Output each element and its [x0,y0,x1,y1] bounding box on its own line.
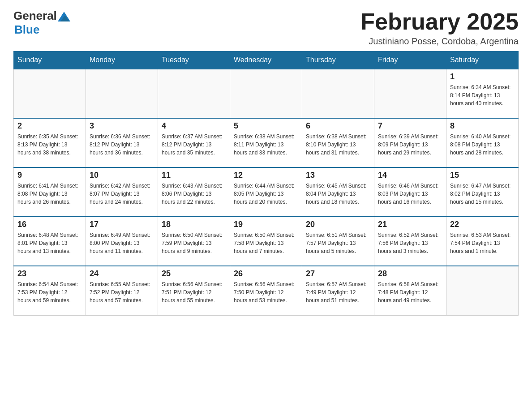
calendar-week-row: 16Sunrise: 6:48 AM Sunset: 8:01 PM Dayli… [14,217,519,266]
calendar-week-row: 9Sunrise: 6:41 AM Sunset: 8:08 PM Daylig… [14,167,519,217]
page-header: General Blue February 2025 Justiniano Po… [13,9,519,47]
day-info: Sunrise: 6:34 AM Sunset: 8:14 PM Dayligh… [450,83,515,107]
day-number: 3 [90,121,154,131]
calendar-cell: 3Sunrise: 6:36 AM Sunset: 8:12 PM Daylig… [86,118,158,167]
day-number: 10 [90,171,154,180]
logo-general: General [13,9,57,23]
calendar-cell: 25Sunrise: 6:56 AM Sunset: 7:51 PM Dayli… [158,266,230,315]
calendar-cell [158,69,230,118]
day-info: Sunrise: 6:38 AM Sunset: 8:10 PM Dayligh… [306,133,370,157]
calendar-cell: 26Sunrise: 6:56 AM Sunset: 7:50 PM Dayli… [230,266,302,315]
logo-blue: Blue [14,23,39,37]
day-info: Sunrise: 6:40 AM Sunset: 8:08 PM Dayligh… [450,133,515,157]
day-info: Sunrise: 6:55 AM Sunset: 7:52 PM Dayligh… [90,280,154,304]
day-number: 14 [378,171,442,180]
day-number: 22 [450,220,515,229]
calendar-cell [374,69,446,118]
calendar-week-row: 23Sunrise: 6:54 AM Sunset: 7:53 PM Dayli… [14,266,519,315]
day-info: Sunrise: 6:43 AM Sunset: 8:06 PM Dayligh… [162,182,226,206]
calendar-cell: 18Sunrise: 6:50 AM Sunset: 7:59 PM Dayli… [158,217,230,266]
day-number: 19 [234,220,298,229]
day-number: 13 [306,171,370,180]
calendar-cell: 27Sunrise: 6:57 AM Sunset: 7:49 PM Dayli… [302,266,374,315]
calendar-cell: 2Sunrise: 6:35 AM Sunset: 8:13 PM Daylig… [14,118,86,167]
calendar-cell: 8Sunrise: 6:40 AM Sunset: 8:08 PM Daylig… [446,118,519,167]
calendar-cell: 24Sunrise: 6:55 AM Sunset: 7:52 PM Dayli… [86,266,158,315]
calendar-day-header: Wednesday [230,51,302,69]
day-info: Sunrise: 6:38 AM Sunset: 8:11 PM Dayligh… [234,133,298,157]
day-info: Sunrise: 6:54 AM Sunset: 7:53 PM Dayligh… [17,280,82,304]
calendar-cell: 9Sunrise: 6:41 AM Sunset: 8:08 PM Daylig… [14,167,86,217]
day-number: 24 [90,269,154,278]
page-subtitle: Justiniano Posse, Cordoba, Argentina [360,36,519,47]
day-number: 17 [90,220,154,229]
calendar-day-header: Monday [86,51,158,69]
calendar-cell: 14Sunrise: 6:46 AM Sunset: 8:03 PM Dayli… [374,167,446,217]
calendar-cell: 7Sunrise: 6:39 AM Sunset: 8:09 PM Daylig… [374,118,446,167]
day-info: Sunrise: 6:50 AM Sunset: 7:58 PM Dayligh… [234,231,298,255]
day-number: 21 [378,220,442,229]
day-info: Sunrise: 6:57 AM Sunset: 7:49 PM Dayligh… [306,280,370,304]
calendar-cell: 28Sunrise: 6:58 AM Sunset: 7:48 PM Dayli… [374,266,446,315]
day-number: 16 [17,220,82,229]
calendar-cell [230,69,302,118]
day-info: Sunrise: 6:45 AM Sunset: 8:04 PM Dayligh… [306,182,370,206]
day-info: Sunrise: 6:48 AM Sunset: 8:01 PM Dayligh… [17,231,82,255]
day-number: 9 [17,171,82,180]
calendar-day-header: Sunday [14,51,86,69]
logo: General Blue [13,9,70,37]
day-info: Sunrise: 6:42 AM Sunset: 8:07 PM Dayligh… [90,182,154,206]
calendar-day-header: Saturday [446,51,519,69]
calendar-cell: 19Sunrise: 6:50 AM Sunset: 7:58 PM Dayli… [230,217,302,266]
day-number: 15 [450,171,515,180]
day-number: 26 [234,269,298,278]
day-info: Sunrise: 6:35 AM Sunset: 8:13 PM Dayligh… [17,133,82,157]
day-number: 18 [162,220,226,229]
day-number: 8 [450,121,515,131]
day-number: 23 [17,269,82,278]
day-info: Sunrise: 6:58 AM Sunset: 7:48 PM Dayligh… [378,280,442,304]
calendar-cell [14,69,86,118]
day-info: Sunrise: 6:51 AM Sunset: 7:57 PM Dayligh… [306,231,370,255]
calendar-header-row: SundayMondayTuesdayWednesdayThursdayFrid… [14,51,519,69]
calendar-cell: 16Sunrise: 6:48 AM Sunset: 8:01 PM Dayli… [14,217,86,266]
calendar-day-header: Tuesday [158,51,230,69]
day-info: Sunrise: 6:37 AM Sunset: 8:12 PM Dayligh… [162,133,226,157]
calendar-day-header: Thursday [302,51,374,69]
calendar-cell: 6Sunrise: 6:38 AM Sunset: 8:10 PM Daylig… [302,118,374,167]
calendar-table: SundayMondayTuesdayWednesdayThursdayFrid… [13,51,519,316]
calendar-cell: 22Sunrise: 6:53 AM Sunset: 7:54 PM Dayli… [446,217,519,266]
calendar-cell [446,266,519,315]
calendar-cell: 20Sunrise: 6:51 AM Sunset: 7:57 PM Dayli… [302,217,374,266]
calendar-cell: 12Sunrise: 6:44 AM Sunset: 8:05 PM Dayli… [230,167,302,217]
day-info: Sunrise: 6:52 AM Sunset: 7:56 PM Dayligh… [378,231,442,255]
page-title: February 2025 [360,9,519,34]
calendar-cell: 5Sunrise: 6:38 AM Sunset: 8:11 PM Daylig… [230,118,302,167]
day-info: Sunrise: 6:56 AM Sunset: 7:51 PM Dayligh… [162,280,226,304]
day-info: Sunrise: 6:53 AM Sunset: 7:54 PM Dayligh… [450,231,515,255]
day-info: Sunrise: 6:41 AM Sunset: 8:08 PM Dayligh… [17,182,82,206]
day-number: 25 [162,269,226,278]
day-info: Sunrise: 6:44 AM Sunset: 8:05 PM Dayligh… [234,182,298,206]
calendar-cell: 13Sunrise: 6:45 AM Sunset: 8:04 PM Dayli… [302,167,374,217]
day-number: 5 [234,121,298,131]
day-info: Sunrise: 6:46 AM Sunset: 8:03 PM Dayligh… [378,182,442,206]
day-info: Sunrise: 6:39 AM Sunset: 8:09 PM Dayligh… [378,133,442,157]
calendar-cell: 4Sunrise: 6:37 AM Sunset: 8:12 PM Daylig… [158,118,230,167]
day-number: 7 [378,121,442,131]
calendar-cell: 11Sunrise: 6:43 AM Sunset: 8:06 PM Dayli… [158,167,230,217]
title-block: February 2025 Justiniano Posse, Cordoba,… [360,9,519,47]
calendar-cell: 1Sunrise: 6:34 AM Sunset: 8:14 PM Daylig… [446,69,519,118]
calendar-cell: 23Sunrise: 6:54 AM Sunset: 7:53 PM Dayli… [14,266,86,315]
day-info: Sunrise: 6:56 AM Sunset: 7:50 PM Dayligh… [234,280,298,304]
calendar-day-header: Friday [374,51,446,69]
calendar-cell: 21Sunrise: 6:52 AM Sunset: 7:56 PM Dayli… [374,217,446,266]
day-info: Sunrise: 6:47 AM Sunset: 8:02 PM Dayligh… [450,182,515,206]
day-number: 28 [378,269,442,278]
day-number: 20 [306,220,370,229]
calendar-cell: 10Sunrise: 6:42 AM Sunset: 8:07 PM Dayli… [86,167,158,217]
day-number: 27 [306,269,370,278]
day-number: 4 [162,121,226,131]
calendar-week-row: 2Sunrise: 6:35 AM Sunset: 8:13 PM Daylig… [14,118,519,167]
day-number: 6 [306,121,370,131]
